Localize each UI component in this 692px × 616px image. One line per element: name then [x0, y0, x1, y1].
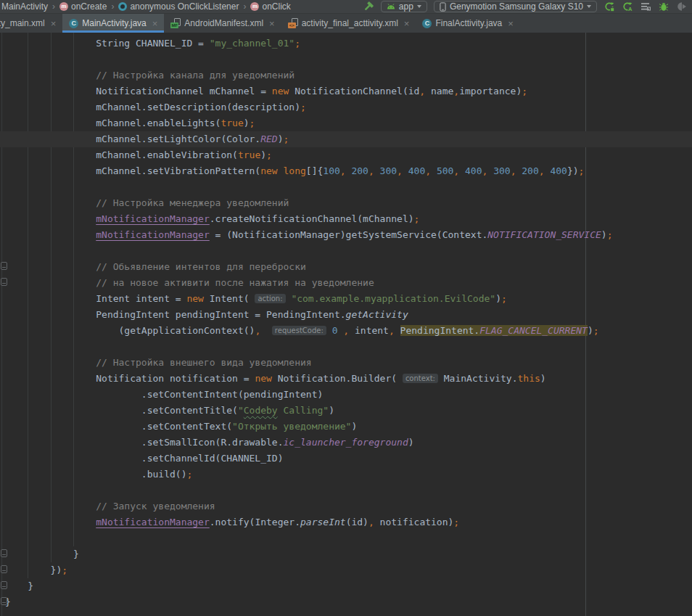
code-line [0, 243, 692, 259]
fold-marker-icon[interactable] [1, 262, 7, 270]
code-line: // Настройка менеджера уведомлений [0, 195, 692, 211]
breadcrumb-item-oncreate[interactable]: monCreate [59, 1, 107, 12]
apply-code-changes-button[interactable]: A [622, 1, 633, 12]
fold-marker-icon[interactable] [1, 278, 7, 286]
build-button[interactable] [363, 1, 374, 12]
xml-badge: <> [288, 22, 296, 28]
debug-button[interactable] [658, 1, 670, 12]
code-segment: ) [351, 421, 357, 432]
code-line: // Обьявление интентов для переброски [0, 259, 692, 275]
code-segment: Notification.Builder( [272, 373, 403, 384]
code-segment [5, 229, 96, 240]
tab-label: FinalActtivity.java [435, 18, 502, 28]
code-segment: ; [284, 134, 289, 144]
code-segment: , [389, 325, 395, 336]
code-segment: ; [300, 102, 306, 112]
code-line: // Настройка канала для уведомлений [0, 67, 692, 83]
code-line: Notification notification = new Notifica… [0, 371, 692, 387]
method-icon: m [250, 2, 259, 11]
apply-changes-button[interactable] [604, 1, 615, 12]
fold-marker-icon[interactable] [1, 597, 7, 605]
tab-mainactivity-java[interactable]: CMainActivity.java× [62, 14, 164, 33]
tab-label: MainActivity.java [82, 18, 146, 28]
bug-icon [659, 1, 669, 12]
code-segment: ) [408, 437, 414, 448]
code-segment: , [343, 325, 349, 336]
code-segment: RED [260, 134, 277, 144]
profile-app-icon [677, 1, 687, 12]
code-line: mChannel.setLightColor(Color.RED); [0, 131, 692, 147]
profile-app-button[interactable] [676, 1, 688, 12]
code-segment: // Настройка менеджера уведомлений [5, 197, 289, 208]
code-segment: Codeby [244, 405, 278, 416]
fold-marker-icon[interactable] [1, 581, 7, 589]
code-segment: , [453, 165, 459, 176]
code-segment: mNotificationManager [96, 517, 210, 527]
code-segment: 100 [323, 165, 339, 176]
code-segment: , [419, 86, 425, 96]
device-select[interactable]: Genymotion Samsung Galaxy S10 [434, 1, 597, 12]
code-segment: ; [593, 325, 599, 336]
code-segment [403, 165, 408, 176]
tab-androidmanifest-xml[interactable]: MFAndroidManifest.xml× [164, 14, 281, 33]
close-tab-icon[interactable]: × [152, 18, 158, 29]
navigation-bar: MainActivity›monCreate›anonymous OnClick… [0, 0, 692, 14]
close-tab-icon[interactable]: × [508, 18, 514, 29]
code-segment [431, 165, 437, 176]
code-segment: notification) [374, 517, 454, 527]
code-segment: ; [607, 229, 613, 240]
editor-tab-bar: ity_main.xml×CMainActivity.java×MFAndroi… [0, 14, 692, 33]
code-segment: ) [540, 373, 546, 384]
code-segment: ic_launcher_foreground [284, 437, 408, 448]
code-segment: PendingIntent pendingIntent = PendingInt… [5, 309, 346, 320]
code-segment [278, 165, 284, 176]
code-segment: ; [579, 165, 585, 176]
code-segment: new [186, 293, 203, 304]
breadcrumb-item-anonymous[interactable]: anonymous OnClickListener [118, 1, 239, 12]
breadcrumb-item-onclick[interactable]: monClick [250, 1, 290, 12]
code-line: mNotificationManager = (NotificationMana… [0, 227, 692, 243]
phone-icon [440, 2, 446, 12]
breadcrumb-separator: › [243, 1, 246, 12]
breadcrumb-item-mainactivity[interactable]: MainActivity [1, 1, 48, 12]
code-segment: // на новое активити после нажатия на ув… [5, 277, 374, 288]
fold-marker-icon[interactable] [1, 549, 7, 557]
device-label: Genymotion Samsung Galaxy S10 [450, 1, 583, 12]
code-segment: 400 [465, 165, 482, 176]
manifest-badge: MF [170, 22, 178, 28]
tab-ity-main-xml[interactable]: ity_main.xml× [0, 14, 62, 33]
code-segment: new [255, 373, 271, 384]
code-segment: mChannel.setDescription(description) [5, 102, 300, 112]
run-configuration-select[interactable]: app [381, 1, 427, 12]
code-segment: .setSmallIcon(R.drawable. [5, 437, 284, 448]
code-editor[interactable]: String CHANNEL_ID = "my_channel_01"; // … [0, 33, 692, 616]
close-tab-icon[interactable]: × [51, 18, 57, 29]
code-segment: mChannel.enableVibration( [5, 149, 238, 160]
code-segment: 200 [351, 165, 368, 176]
code-segment: // Настройка внешнего вида уведомления [5, 357, 312, 368]
hammer-icon [363, 1, 374, 12]
code-segment: ; [501, 293, 507, 304]
code-segment: .setContentText( [5, 421, 232, 432]
tab-activity-final-acttivity-xml[interactable]: <>activity_final_acttivity.xml× [281, 14, 416, 33]
close-tab-icon[interactable]: × [269, 18, 275, 29]
code-segment: .notify(Integer. [210, 517, 300, 527]
code-segment: Calling" [278, 405, 329, 416]
tab-finalacttivity-java[interactable]: CFinalActtivity.java× [416, 14, 519, 33]
code-segment: Intent intent = [5, 293, 186, 304]
toolbar-right: app Genymotion Samsung Galaxy S10 [363, 1, 688, 12]
apply-code-changes-icon: A [622, 1, 633, 12]
close-tab-icon[interactable]: × [404, 18, 410, 29]
code-segment: .createNotificationChannel(mChannel) [210, 213, 414, 224]
code-segment: 0 [332, 325, 338, 336]
anonymous-class-icon [118, 2, 127, 11]
code-line: .setChannelId(CHANNEL_ID) [0, 451, 692, 467]
fold-marker-icon[interactable] [1, 565, 7, 573]
code-segment: ; [453, 517, 459, 527]
profiler-button[interactable] [640, 1, 651, 12]
svg-text:A: A [628, 6, 633, 12]
code-segment: Intent( [204, 293, 255, 304]
code-area[interactable]: String CHANNEL_ID = "my_channel_01"; // … [0, 36, 692, 610]
code-segment: " [238, 405, 244, 416]
code-line: mChannel.setVibrationPattern(new long[]{… [0, 163, 692, 179]
